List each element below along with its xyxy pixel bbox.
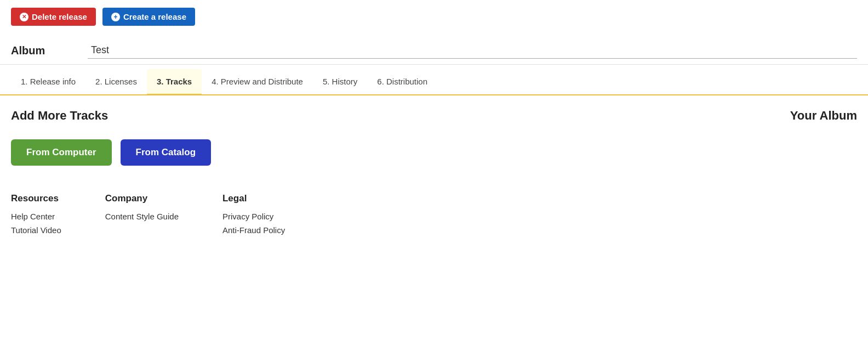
tab-distribution[interactable]: 6. Distribution bbox=[367, 69, 437, 95]
add-tracks-title: Add More Tracks bbox=[11, 109, 671, 123]
your-album-title: Your Album bbox=[682, 109, 857, 123]
footer-link-content-style-guide[interactable]: Content Style Guide bbox=[105, 212, 179, 221]
add-track-buttons: From Computer From Catalog bbox=[11, 139, 671, 166]
tab-licenses[interactable]: 2. Licenses bbox=[85, 69, 147, 95]
tab-preview[interactable]: 4. Preview and Distribute bbox=[202, 69, 313, 95]
right-panel: Your Album bbox=[682, 109, 857, 166]
toolbar: Delete release Create a release bbox=[0, 0, 868, 33]
footer-link-tutorial-video[interactable]: Tutorial Video bbox=[11, 225, 61, 235]
from-computer-button[interactable]: From Computer bbox=[11, 139, 112, 166]
legal-title: Legal bbox=[222, 193, 285, 204]
footer-link-anti-fraud-policy[interactable]: Anti-Fraud Policy bbox=[222, 225, 285, 235]
resources-title: Resources bbox=[11, 193, 61, 204]
footer-link-privacy-policy[interactable]: Privacy Policy bbox=[222, 212, 285, 221]
company-title: Company bbox=[105, 193, 179, 204]
delete-icon bbox=[20, 13, 28, 21]
album-input[interactable] bbox=[88, 42, 857, 59]
create-release-button[interactable]: Create a release bbox=[102, 8, 195, 26]
footer: Resources Help Center Tutorial Video Com… bbox=[0, 166, 868, 256]
delete-release-button[interactable]: Delete release bbox=[11, 8, 96, 26]
left-panel: Add More Tracks From Computer From Catal… bbox=[11, 109, 671, 166]
footer-company: Company Content Style Guide bbox=[105, 193, 179, 239]
album-label: Album bbox=[11, 44, 88, 57]
tab-tracks[interactable]: 3. Tracks bbox=[147, 69, 202, 95]
footer-resources: Resources Help Center Tutorial Video bbox=[11, 193, 61, 239]
create-icon bbox=[111, 13, 120, 21]
from-catalog-button[interactable]: From Catalog bbox=[121, 139, 212, 166]
tab-history[interactable]: 5. History bbox=[313, 69, 367, 95]
main-content: Add More Tracks From Computer From Catal… bbox=[0, 95, 868, 166]
album-row: Album bbox=[0, 33, 868, 65]
tab-release-info[interactable]: 1. Release info bbox=[11, 69, 85, 95]
tabs-bar: 1. Release info 2. Licenses 3. Tracks 4.… bbox=[0, 69, 868, 95]
footer-legal: Legal Privacy Policy Anti-Fraud Policy bbox=[222, 193, 285, 239]
footer-link-help-center[interactable]: Help Center bbox=[11, 212, 61, 221]
